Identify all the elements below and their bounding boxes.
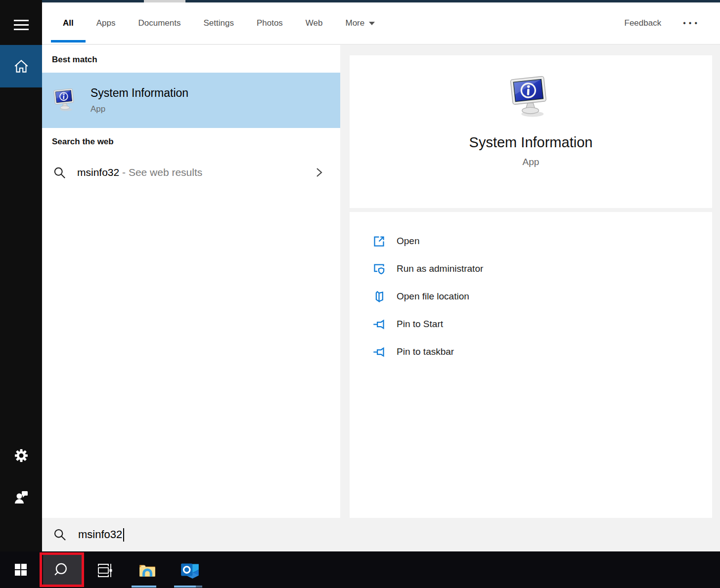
web-query: msinfo32 bbox=[77, 167, 119, 178]
search-the-web-heading: Search the web bbox=[52, 137, 114, 147]
result-subtitle: App bbox=[90, 104, 188, 114]
task-view-icon bbox=[94, 560, 114, 580]
feedback-button[interactable]: Feedback bbox=[625, 18, 662, 28]
preview-subtitle: App bbox=[523, 157, 540, 168]
result-title: System Information bbox=[90, 86, 188, 100]
gear-icon bbox=[13, 448, 29, 463]
results-panel: Best match System Information App Search… bbox=[42, 45, 340, 518]
system-information-app-icon bbox=[53, 88, 78, 113]
windows-logo-icon bbox=[14, 563, 27, 576]
file-explorer-icon bbox=[137, 559, 158, 580]
tab-settings[interactable]: Settings bbox=[203, 2, 233, 44]
text-cursor bbox=[123, 528, 124, 542]
outlook-button[interactable] bbox=[176, 551, 204, 588]
rail-item-home[interactable] bbox=[0, 45, 42, 87]
search-icon bbox=[54, 561, 71, 578]
outlook-running-indicator-tail bbox=[196, 586, 202, 588]
best-match-heading: Best match bbox=[52, 55, 97, 65]
hamburger-menu-icon[interactable] bbox=[0, 15, 42, 35]
taskbar bbox=[0, 551, 720, 588]
action-pin-to-taskbar[interactable]: Pin to taskbar bbox=[350, 338, 712, 366]
search-icon bbox=[53, 166, 66, 179]
folder-location-icon bbox=[372, 290, 386, 303]
search-header: All Apps Documents Settings Photos Web M… bbox=[42, 2, 720, 44]
web-suffix: - See web results bbox=[119, 167, 202, 178]
best-match-result[interactable]: System Information App bbox=[42, 73, 340, 128]
chevron-down-icon bbox=[369, 22, 375, 25]
search-input-value: msinfo32 bbox=[78, 528, 122, 541]
tab-photos[interactable]: Photos bbox=[257, 2, 283, 44]
web-search-result[interactable]: msinfo32 - See web results bbox=[42, 158, 340, 187]
search-input[interactable]: msinfo32 bbox=[42, 518, 720, 551]
tab-apps[interactable]: Apps bbox=[96, 2, 116, 44]
file-explorer-running-indicator bbox=[132, 586, 156, 588]
home-icon bbox=[12, 57, 30, 75]
tab-more[interactable]: More bbox=[346, 2, 375, 44]
action-pin-to-start[interactable]: Pin to Start bbox=[350, 310, 712, 338]
system-information-app-icon-large bbox=[509, 75, 553, 120]
task-view-button[interactable] bbox=[91, 551, 117, 588]
open-icon bbox=[372, 235, 386, 248]
preview-title: System Information bbox=[469, 134, 593, 151]
preview-divider bbox=[350, 208, 712, 212]
filter-tabs: All Apps Documents Settings Photos Web M… bbox=[42, 2, 375, 44]
taskbar-search-button[interactable] bbox=[43, 553, 82, 586]
rail-item-settings[interactable] bbox=[0, 445, 42, 466]
more-options-icon[interactable]: ••• bbox=[683, 19, 700, 28]
search-icon bbox=[53, 528, 67, 542]
chevron-right-icon bbox=[315, 167, 323, 178]
outlook-icon bbox=[180, 559, 200, 580]
tab-web[interactable]: Web bbox=[306, 2, 323, 44]
action-open[interactable]: Open bbox=[350, 227, 712, 255]
tab-documents[interactable]: Documents bbox=[138, 2, 180, 44]
shield-icon bbox=[372, 262, 386, 276]
pin-icon bbox=[372, 345, 386, 359]
rail-item-user[interactable] bbox=[0, 487, 42, 508]
tab-all[interactable]: All bbox=[63, 2, 74, 44]
outlook-running-indicator bbox=[174, 586, 196, 588]
user-icon bbox=[13, 490, 29, 505]
start-button[interactable] bbox=[7, 551, 35, 588]
file-explorer-button[interactable] bbox=[134, 551, 161, 588]
preview-panel: System Information App bbox=[350, 55, 712, 208]
action-run-as-administrator[interactable]: Run as administrator bbox=[350, 255, 712, 283]
action-open-file-location[interactable]: Open file location bbox=[350, 283, 712, 310]
preview-actions: Open Run as administrator Open file loca… bbox=[350, 212, 712, 518]
left-rail bbox=[0, 0, 42, 551]
pin-icon bbox=[372, 318, 386, 331]
